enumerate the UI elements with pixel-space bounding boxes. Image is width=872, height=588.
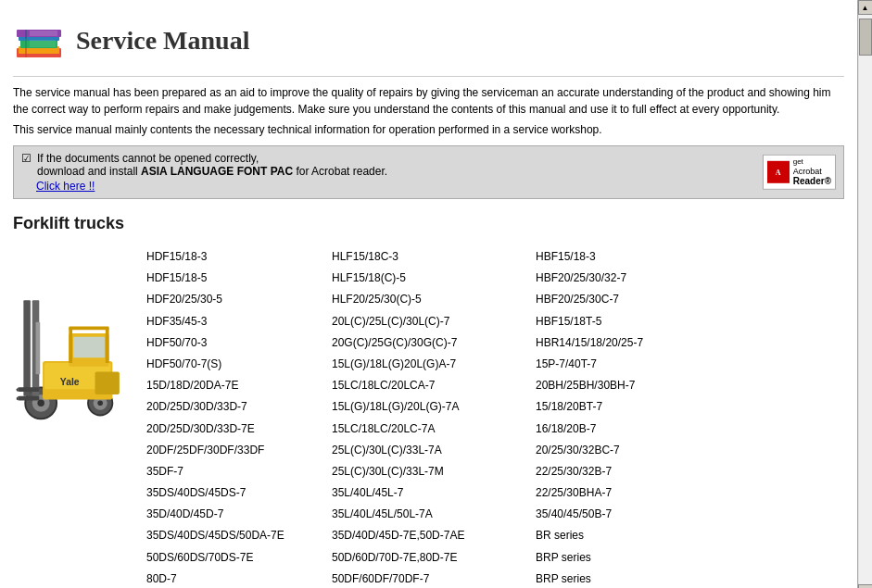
model-item: BR series	[532, 525, 736, 546]
notice-bullet: ☑	[21, 152, 32, 165]
page-title: Service Manual	[76, 26, 249, 56]
model-item: HDF15/18-5	[143, 268, 328, 289]
model-item: 20G(C)/25G(C)/30G(C)-7	[328, 332, 532, 354]
acrobat-icon: A	[767, 161, 790, 183]
model-item: 15P-7/40T-7	[532, 354, 736, 375]
model-item: HDF20/25/30-5	[143, 289, 328, 310]
model-item: HLF15/18C-3	[328, 246, 532, 268]
logo-image	[13, 15, 65, 67]
notice-line2-bold: ASIA LANGUAGE FONT PAC	[141, 165, 293, 178]
svg-rect-29	[106, 328, 109, 363]
model-item: HBR14/15/18/20/25-7	[532, 332, 736, 354]
forklift-image: Yale	[13, 274, 133, 425]
intro-paragraph2: This service manual mainly contents the …	[13, 121, 844, 138]
model-item: HBF15/18-3	[532, 246, 736, 268]
model-item: 20D/25D/30D/33D-7E	[143, 419, 328, 440]
svg-rect-22	[23, 300, 31, 396]
model-item: HDF35/45-3	[143, 311, 328, 332]
model-item: BRP series	[532, 547, 736, 569]
intro-section: The service manual has been prepared as …	[13, 84, 844, 138]
model-item: 35D/40D/45D-7E,50D-7AE	[328, 525, 532, 546]
scroll-up-button[interactable]: ▲	[858, 0, 873, 15]
model-item: HDF15/18-3	[143, 246, 328, 268]
model-item: 16/18/20B-7	[532, 419, 736, 440]
model-item: 15/18/20BT-7	[532, 396, 736, 418]
model-item: 20L(C)/25L(C)/30L(C)-7	[328, 311, 532, 332]
intro-paragraph1: The service manual has been prepared as …	[13, 84, 844, 118]
svg-rect-19	[73, 337, 105, 358]
model-item: 35DS/40DS/45DS/50DA-7E	[143, 525, 328, 546]
forklift-section: Forklift trucks	[13, 214, 844, 588]
svg-point-15	[97, 400, 103, 406]
model-item: 20D/25D/30D/33D-7	[143, 396, 328, 418]
notice-box: ☑ If the documents cannot be opened corr…	[13, 145, 844, 199]
model-item: 15LC/18LC/20LC-7A	[328, 419, 532, 440]
model-item: 20BH/25BH/30BH-7	[532, 375, 736, 396]
scroll-thumb[interactable]	[859, 19, 872, 56]
notice-line2-pre: download and install	[37, 165, 141, 178]
svg-point-12	[37, 400, 44, 407]
model-item: 15L(G)/18L(G)20L(G)A-7	[328, 354, 532, 375]
svg-rect-31	[36, 322, 41, 374]
svg-rect-28	[69, 328, 72, 363]
model-item: HBF20/25/30/32-7	[532, 268, 736, 289]
model-item: 35L/40L/45L/50L-7A	[328, 504, 532, 525]
acrobat-text: get Acrobat Reader®	[793, 157, 831, 187]
vertical-scrollbar[interactable]: ▲ ▼	[857, 0, 872, 588]
model-item: 22/25/30/32B-7	[532, 461, 736, 482]
svg-rect-20	[95, 371, 120, 394]
model-item: 35L/40L/45L-7	[328, 482, 532, 504]
model-item: 35DS/40DS/45DS-7	[143, 482, 328, 504]
model-item: 25L(C)/30L(C)/33L-7A	[328, 440, 532, 461]
svg-rect-9	[30, 40, 56, 47]
model-item: HBF15/18T-5	[532, 311, 736, 332]
model-item: BRP series	[532, 569, 736, 588]
svg-rect-24	[19, 396, 40, 401]
model-item: 35/40/45/50B-7	[532, 504, 736, 525]
svg-marker-26	[17, 396, 19, 401]
model-item: 35DF-7	[143, 461, 328, 482]
model-item: HDF50/70-7(S)	[143, 354, 328, 375]
model-columns: HDF15/18-3HLF15/18C-3HBF15/18-3HDF15/18-…	[143, 246, 844, 588]
model-item: HLF15/18(C)-5	[328, 268, 532, 289]
model-item: 15L(G)/18L(G)/20L(G)-7A	[328, 396, 532, 418]
model-item: 50DF/60DF/70DF-7	[328, 569, 532, 588]
svg-text:Yale: Yale	[60, 377, 80, 387]
model-item: HDF50/70-3	[143, 332, 328, 354]
model-item: 15LC/18LC/20LCA-7	[328, 375, 532, 396]
model-item: 50DS/60DS/70DS-7E	[143, 547, 328, 569]
page-header: Service Manual	[13, 9, 844, 77]
model-item: 25L(C)/30L(C)/33L-7M	[328, 461, 532, 482]
svg-rect-27	[69, 326, 108, 330]
click-here-link[interactable]: Click here !!	[36, 180, 836, 193]
svg-rect-8	[30, 31, 57, 36]
model-item: 20/25/30/32BC-7	[532, 440, 736, 461]
model-item: 22/25/30BHA-7	[532, 482, 736, 504]
acrobat-badge[interactable]: A get Acrobat Reader®	[763, 155, 836, 190]
model-item: 15D/18D/20DA-7E	[143, 375, 328, 396]
model-item: 80D-7	[143, 569, 328, 588]
model-item: 35D/40D/45D-7	[143, 504, 328, 525]
svg-rect-23	[19, 387, 40, 392]
notice-line2-post: for Acrobat reader.	[293, 165, 387, 178]
scroll-track[interactable]	[859, 15, 872, 584]
section-title: Forklift trucks	[13, 214, 844, 235]
notice-line1: If the documents cannot be opened correc…	[37, 152, 259, 165]
notice-text: If the documents cannot be opened correc…	[37, 152, 836, 178]
model-item: 50D/60D/70D-7E,80D-7E	[328, 547, 532, 569]
svg-marker-25	[17, 387, 19, 392]
model-item: HBF20/25/30C-7	[532, 289, 736, 310]
model-item: 20DF/25DF/30DF/33DF	[143, 440, 328, 461]
scroll-down-button[interactable]: ▼	[858, 584, 873, 588]
model-item: HLF20/25/30(C)-5	[328, 289, 532, 310]
